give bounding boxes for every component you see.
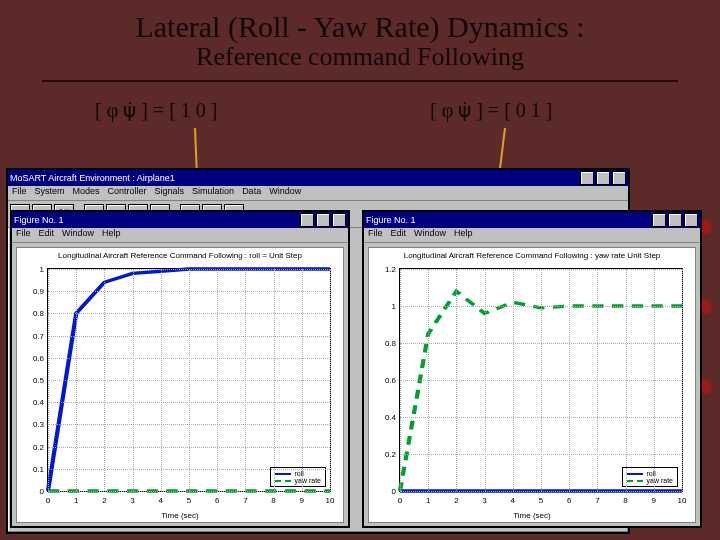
menu-item[interactable]: System [35,186,65,200]
xtick: 8 [623,496,627,505]
ytick: 1 [372,301,396,310]
title-block: Lateral (Roll - Yaw Rate) Dynamics : Ref… [40,10,680,72]
ytick: 0 [20,487,44,496]
ytick: 0.4 [20,398,44,407]
plot-canvas-left: Longitudinal Aircraft Reference Command … [16,247,344,523]
menu-item[interactable]: Window [62,228,94,242]
xtick: 0 [46,496,50,505]
fig-titlebar[interactable]: Figure No. 1 [364,212,700,228]
xtick: 4 [511,496,515,505]
xtick: 3 [482,496,486,505]
ytick: 0.1 [20,464,44,473]
minimize-icon[interactable] [300,213,314,227]
figure-window-right: Figure No. 1 File Edit Window Help Longi… [362,210,702,528]
ytick: 1.2 [372,265,396,274]
menu-item[interactable]: File [16,228,31,242]
legend-label: yaw rate [295,477,321,484]
ytick: 0.6 [372,376,396,385]
equation-left: [ φ ψ̇ ] = [ 1 0 ] [95,98,217,122]
ytick: 0 [372,487,396,496]
fig-titlebar[interactable]: Figure No. 1 [12,212,348,228]
xtick: 1 [74,496,78,505]
menu-item[interactable]: Help [454,228,473,242]
xtick: 3 [130,496,134,505]
plot-title: Longitudinal Aircraft Reference Command … [369,251,695,260]
menu-item[interactable]: Window [269,186,301,200]
ytick: 0.5 [20,376,44,385]
xtick: 9 [300,496,304,505]
ytick: 0.8 [20,309,44,318]
ytick: 0.3 [20,420,44,429]
xtick: 5 [539,496,543,505]
menu-item[interactable]: Controller [108,186,147,200]
menu-item[interactable]: Modes [73,186,100,200]
ytick: 0.8 [372,338,396,347]
legend-label: yaw rate [647,477,673,484]
ytick: 0.4 [372,412,396,421]
fig-title: Figure No. 1 [14,215,298,225]
xtick: 7 [595,496,599,505]
fig-title: Figure No. 1 [366,215,650,225]
menu-item[interactable]: Window [414,228,446,242]
ytick: 0.9 [20,287,44,296]
ytick: 0.2 [372,450,396,459]
xtick: 8 [271,496,275,505]
xtick: 5 [187,496,191,505]
close-icon[interactable] [684,213,698,227]
xtick: 6 [215,496,219,505]
menu-item[interactable]: File [12,186,27,200]
menu-item[interactable]: Help [102,228,121,242]
maximize-icon[interactable] [596,171,610,185]
xtick: 1 [426,496,430,505]
legend: roll yaw rate [270,467,326,487]
xlabel: Time (sec) [369,511,695,520]
close-icon[interactable] [612,171,626,185]
title-sub: Reference command Following [40,42,680,72]
close-icon[interactable] [332,213,346,227]
menu-item[interactable]: Edit [391,228,407,242]
fig-menubar: File Edit Window Help [12,228,348,243]
minimize-icon[interactable] [580,171,594,185]
axes-right: roll yaw rate 00.20.40.60.811.2012345678… [399,268,683,492]
title-underline [42,80,678,82]
ytick: 0.6 [20,353,44,362]
xtick: 7 [243,496,247,505]
plot-title: Longitudinal Aircraft Reference Command … [17,251,343,260]
plot-canvas-right: Longitudinal Aircraft Reference Command … [368,247,696,523]
ytick: 0.7 [20,331,44,340]
menu-item[interactable]: Simulation [192,186,234,200]
xtick: 2 [454,496,458,505]
title-main: Lateral (Roll - Yaw Rate) Dynamics : [40,10,680,44]
minimize-icon[interactable] [652,213,666,227]
menu-item[interactable]: File [368,228,383,242]
menu-item[interactable]: Edit [39,228,55,242]
xtick: 0 [398,496,402,505]
sim-menubar: File System Modes Controller Signals Sim… [8,186,628,201]
sim-title: MoSART Aircraft Environment : Airplane1 [10,173,578,183]
xtick: 10 [326,496,335,505]
legend: roll yaw rate [622,467,678,487]
ytick: 0.2 [20,442,44,451]
maximize-icon[interactable] [316,213,330,227]
axes-left: roll yaw rate 00.10.20.30.40.50.60.70.80… [47,268,331,492]
ytick: 1 [20,265,44,274]
xlabel: Time (sec) [17,511,343,520]
fig-menubar: File Edit Window Help [364,228,700,243]
xtick: 2 [102,496,106,505]
sim-titlebar[interactable]: MoSART Aircraft Environment : Airplane1 [8,170,628,186]
xtick: 9 [652,496,656,505]
xtick: 4 [159,496,163,505]
equation-right: [ φ ψ̇ ] = [ 0 1 ] [430,98,552,122]
xtick: 6 [567,496,571,505]
menu-item[interactable]: Data [242,186,261,200]
xtick: 10 [678,496,687,505]
figure-window-left: Figure No. 1 File Edit Window Help Longi… [10,210,350,528]
maximize-icon[interactable] [668,213,682,227]
menu-item[interactable]: Signals [155,186,185,200]
